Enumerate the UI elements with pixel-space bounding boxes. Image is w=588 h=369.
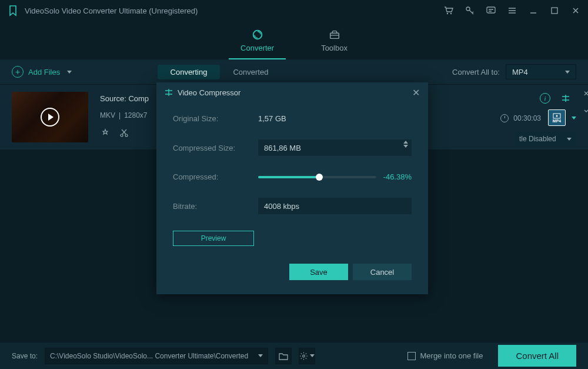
subtitle-value: tle Disabled (519, 135, 556, 143)
titlebar: VideoSolo Video Converter Ultimate (Unre… (0, 0, 588, 21)
save-button[interactable]: Save (289, 264, 348, 280)
stepper (403, 141, 408, 148)
compression-percent: -46.38% (383, 172, 412, 181)
save-to-label: Save to: (12, 352, 38, 360)
duration-value: 00:30:03 (513, 114, 541, 122)
app-title: VideoSolo Video Converter Ultimate (Unre… (25, 6, 443, 15)
compressor-icon (165, 88, 173, 97)
converter-icon (251, 28, 264, 41)
bitrate-label: Bitrate: (173, 202, 258, 211)
save-path-value: C:\VideoSolo Studio\VideoSolo... Convert… (50, 352, 248, 360)
tab-converted[interactable]: Converted (220, 65, 281, 79)
close-icon[interactable] (570, 5, 581, 16)
merge-checkbox[interactable]: Merge into one file (407, 351, 483, 360)
svg-rect-8 (330, 33, 339, 38)
svg-point-0 (447, 13, 448, 14)
modal-title: Video Compressor (178, 88, 412, 97)
video-compressor-modal: Video Compressor ✕ Original Size: 1,57 G… (156, 82, 428, 294)
chevron-down-icon (565, 71, 570, 74)
compression-slider[interactable] (258, 176, 376, 178)
svg-point-13 (303, 355, 305, 357)
svg-point-10 (125, 134, 128, 137)
chevron-down-icon (310, 354, 315, 357)
main-tabs: Converter Toolbox (0, 21, 588, 59)
tab-toolbox-label: Toolbox (321, 44, 348, 52)
original-size-label: Original Size: (173, 114, 258, 123)
preview-button[interactable]: Preview (173, 231, 254, 246)
chevron-down-icon (567, 138, 572, 141)
file-expand-icon[interactable] (583, 108, 588, 114)
open-folder-button[interactable] (275, 348, 292, 364)
toolbox-icon (328, 28, 341, 41)
svg-rect-3 (487, 7, 495, 13)
checkbox-icon (407, 352, 416, 360)
file-container: MKV (100, 111, 115, 119)
output-format-badge[interactable]: MP4 (548, 109, 566, 126)
slider-thumb[interactable] (316, 174, 323, 181)
video-thumbnail[interactable] (12, 92, 88, 142)
compressed-size-label: Compressed Size: (173, 144, 258, 152)
modal-close-button[interactable]: ✕ (412, 87, 420, 98)
cart-icon[interactable] (443, 5, 454, 16)
svg-point-12 (556, 115, 558, 117)
add-files-button[interactable]: + Add Files (12, 66, 72, 78)
convert-all-to-value: MP4 (512, 68, 528, 77)
chevron-down-icon (258, 354, 263, 357)
merge-label: Merge into one file (420, 351, 483, 360)
convert-all-to-label: Convert All to: (452, 68, 500, 77)
convert-all-to-group: Convert All to: MP4 (452, 64, 576, 79)
convert-all-to-select[interactable]: MP4 (506, 64, 576, 79)
status-segmented: Converting Converted (158, 65, 282, 79)
file-resolution: 1280x7 (124, 111, 147, 119)
add-files-caret-icon[interactable] (67, 71, 72, 74)
key-icon[interactable] (465, 5, 475, 16)
add-files-label: Add Files (28, 68, 60, 77)
settings-button[interactable] (299, 348, 315, 364)
menu-icon[interactable] (507, 5, 517, 16)
compressed-label: Compressed: (173, 172, 258, 181)
bottom-bar: Save to: C:\VideoSolo Studio\VideoSolo..… (0, 342, 588, 369)
save-path-select[interactable]: C:\VideoSolo Studio\VideoSolo... Convert… (45, 348, 268, 364)
tab-converter-label: Converter (240, 44, 274, 52)
info-icon[interactable]: i (540, 93, 550, 104)
tab-converting[interactable]: Converting (158, 65, 220, 79)
svg-point-1 (450, 13, 452, 14)
cut-icon[interactable] (119, 128, 129, 138)
effects-icon[interactable] (100, 128, 111, 138)
clock-icon (500, 114, 509, 122)
bitrate-input[interactable]: 4008 kbps (258, 198, 412, 214)
modal-header: Video Compressor ✕ (156, 82, 428, 102)
duration: 00:30:03 (500, 114, 541, 122)
plus-icon: + (12, 66, 24, 78)
feedback-icon[interactable] (486, 5, 496, 16)
toolbar: + Add Files Converting Converted Convert… (0, 59, 588, 85)
svg-rect-4 (552, 8, 557, 14)
tab-toolbox[interactable]: Toolbox (315, 25, 353, 56)
maximize-icon[interactable] (549, 5, 560, 16)
tab-converter[interactable]: Converter (235, 25, 280, 56)
convert-all-button[interactable]: Convert All (498, 345, 576, 367)
stepper-up[interactable] (403, 141, 408, 144)
compressed-size-input[interactable]: 861,86 MB (258, 139, 412, 156)
minimize-icon[interactable] (528, 5, 539, 16)
play-icon (41, 108, 59, 127)
svg-point-9 (121, 134, 123, 137)
app-logo-icon (7, 5, 19, 16)
stepper-down[interactable] (403, 145, 408, 148)
file-remove-icon[interactable]: ✕ (583, 89, 588, 98)
subtitle-select[interactable]: tle Disabled (514, 132, 576, 146)
format-caret-icon[interactable] (572, 117, 576, 119)
original-size-value: 1,57 GB (258, 114, 286, 123)
cancel-button[interactable]: Cancel (353, 264, 412, 280)
compress-icon[interactable] (561, 94, 570, 103)
